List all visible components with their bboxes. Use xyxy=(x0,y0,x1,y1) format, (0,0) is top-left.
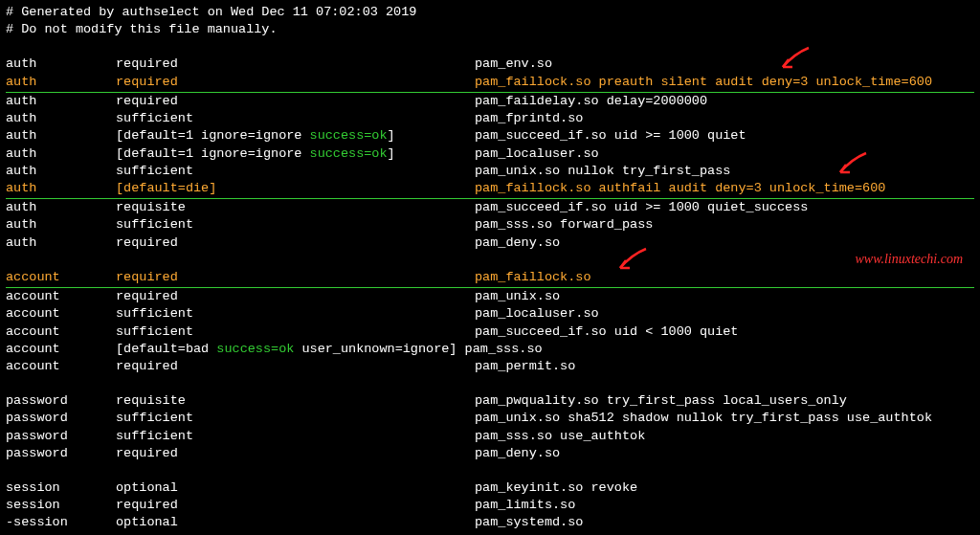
pam-control: required xyxy=(116,497,475,514)
terminal-output: # Generated by authselect on Wed Dec 11 … xyxy=(6,4,974,535)
config-line: sessionoptionalpam_keyinit.so revoke xyxy=(6,479,974,497)
pam-type: session xyxy=(6,479,116,497)
pam-module: pam_localuser.so xyxy=(475,305,599,323)
pam-module: pam_sss.so xyxy=(465,341,543,358)
pam-type: auth xyxy=(6,180,116,197)
pam-type: -session xyxy=(6,514,116,531)
pam-module: pam_fprintd.so xyxy=(475,110,583,127)
config-line: passwordsufficientpam_unix.so sha512 sha… xyxy=(6,410,974,427)
pam-control: [default=1 ignore=ignore success=ok] xyxy=(116,145,475,163)
config-line: passwordsufficientpam_sss.so use_authtok xyxy=(6,428,974,445)
pam-type: auth xyxy=(6,110,116,127)
config-line: auth[default=1 ignore=ignore success=ok]… xyxy=(6,127,974,145)
pam-control: sufficient xyxy=(116,110,475,127)
config-line: authrequiredpam_deny.so xyxy=(6,234,974,252)
pam-module: pam_succeed_if.so uid >= 1000 quiet_succ… xyxy=(475,199,808,216)
config-line: authrequiredpam_faildelay.so delay=20000… xyxy=(6,93,974,110)
pam-type: account xyxy=(6,341,116,358)
config-line: authsufficientpam_unix.so nullok try_fir… xyxy=(6,163,974,180)
config-line: authrequiredpam_env.so xyxy=(6,56,974,73)
config-line: accountsufficientpam_localuser.so xyxy=(6,305,974,323)
config-line: account[default=bad success=ok user_unkn… xyxy=(6,341,974,358)
pam-type: account xyxy=(6,358,116,375)
config-line: authsufficientpam_fprintd.so xyxy=(6,110,974,127)
pam-type: auth xyxy=(6,127,116,145)
pam-type: auth xyxy=(6,145,116,163)
pam-control: required xyxy=(116,288,475,305)
pam-control: sufficient xyxy=(116,305,475,323)
pam-control: sufficient xyxy=(116,410,475,427)
pam-control: [default=bad success=ok user_unknown=ign… xyxy=(116,341,457,358)
pam-control: sufficient xyxy=(116,323,475,341)
pam-module: pam_faildelay.so delay=2000000 xyxy=(475,93,707,110)
pam-control: requisite xyxy=(116,199,475,216)
pam-module: pam_keyinit.so revoke xyxy=(475,479,637,497)
pam-module: pam_faillock.so xyxy=(475,269,591,286)
pam-control: [default=1 ignore=ignore success=ok] xyxy=(116,127,475,145)
pam-control: required xyxy=(116,358,475,375)
pam-module: pam_unix.so sha512 shadow nullok try_fir… xyxy=(475,410,932,427)
pam-type: session xyxy=(6,497,116,514)
blank-line xyxy=(6,462,974,479)
pam-type: account xyxy=(6,323,116,341)
pam-type: password xyxy=(6,445,116,462)
config-line: authsufficientpam_sss.so forward_pass xyxy=(6,216,974,234)
config-line: accountrequiredpam_faillock.so xyxy=(6,269,974,288)
pam-module: pam_pwquality.so try_first_pass local_us… xyxy=(475,392,847,410)
pam-type: auth xyxy=(6,199,116,216)
pam-module: pam_permit.so xyxy=(475,358,575,375)
pam-module: pam_sss.so use_authtok xyxy=(475,428,645,445)
pam-type: auth xyxy=(6,56,116,73)
pam-type: password xyxy=(6,392,116,410)
pam-control: requisite xyxy=(116,392,475,410)
pam-control: required xyxy=(116,74,475,91)
pam-module: pam_faillock.so preauth silent audit den… xyxy=(475,74,932,91)
pam-module: pam_deny.so xyxy=(475,445,560,462)
config-line: authrequisitepam_succeed_if.so uid >= 10… xyxy=(6,199,974,216)
pam-module: pam_deny.so xyxy=(475,234,560,252)
blank-line xyxy=(6,252,974,269)
pam-control: sufficient xyxy=(116,216,475,234)
config-line: accountsufficientpam_succeed_if.so uid <… xyxy=(6,323,974,341)
pam-module: pam_unix.so xyxy=(475,288,560,305)
config-line: auth[default=die]pam_faillock.so authfai… xyxy=(6,180,974,199)
pam-control: optional xyxy=(116,479,475,497)
pam-module: pam_systemd.so xyxy=(475,514,583,531)
pam-module: pam_faillock.so authfail audit deny=3 un… xyxy=(475,180,885,197)
pam-control: optional xyxy=(116,514,475,531)
config-line: auth[default=1 ignore=ignore success=ok]… xyxy=(6,145,974,163)
pam-control: required xyxy=(116,56,475,73)
pam-module: pam_env.so xyxy=(475,56,552,73)
pam-module: pam_localuser.so xyxy=(475,145,599,163)
pam-control: required xyxy=(116,269,475,286)
pam-type: account xyxy=(6,269,116,286)
config-line: passwordrequisitepam_pwquality.so try_fi… xyxy=(6,392,974,410)
pam-control: [default=die] xyxy=(116,180,475,197)
pam-type: account xyxy=(6,288,116,305)
config-line: accountrequiredpam_permit.so xyxy=(6,358,974,375)
pam-control: sufficient xyxy=(116,428,475,445)
comment-line: # Generated by authselect on Wed Dec 11 … xyxy=(6,4,974,21)
pam-module: pam_succeed_if.so uid >= 1000 quiet xyxy=(475,127,746,145)
config-line: -sessionoptionalpam_systemd.so xyxy=(6,514,974,531)
pam-type: auth xyxy=(6,234,116,252)
pam-type: account xyxy=(6,305,116,323)
pam-module: pam_limits.so xyxy=(475,497,575,514)
pam-module: pam_unix.so nullok try_first_pass xyxy=(475,163,730,180)
pam-control: sufficient xyxy=(116,163,475,180)
pam-module: pam_succeed_if.so uid < 1000 quiet xyxy=(475,323,738,341)
pam-control: required xyxy=(116,234,475,252)
pam-type: auth xyxy=(6,216,116,234)
comment-line: # Do not modify this file manually. xyxy=(6,21,974,38)
pam-type: auth xyxy=(6,74,116,91)
pam-type: auth xyxy=(6,163,116,180)
watermark-text: www.linuxtechi.com xyxy=(856,251,964,269)
config-line: sessionrequiredpam_limits.so xyxy=(6,497,974,514)
config-line: authrequiredpam_faillock.so preauth sile… xyxy=(6,74,974,93)
config-line: passwordrequiredpam_deny.so xyxy=(6,445,974,462)
config-line: accountrequiredpam_unix.so xyxy=(6,288,974,305)
pam-control: required xyxy=(116,93,475,110)
blank-line xyxy=(6,375,974,392)
pam-module: pam_sss.so forward_pass xyxy=(475,216,653,234)
pam-type: password xyxy=(6,428,116,445)
